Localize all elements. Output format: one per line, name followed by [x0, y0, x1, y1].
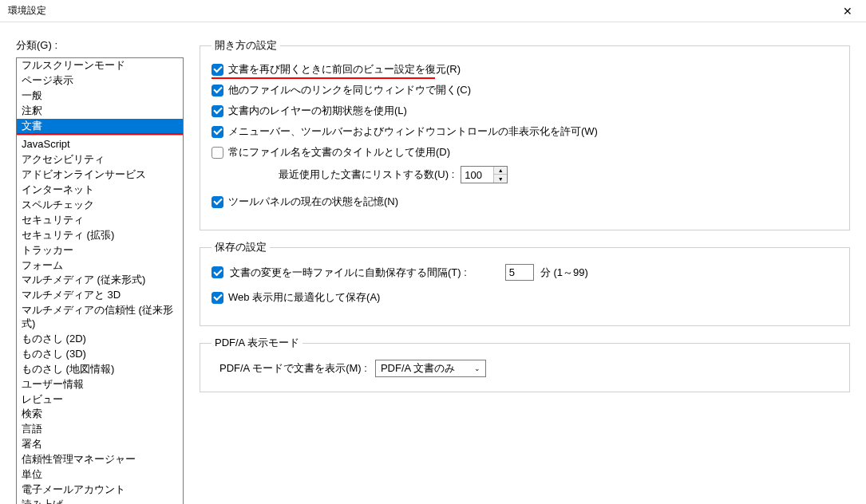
- recent-docs-spinner: ▲ ▼: [493, 167, 507, 183]
- restore-view-label[interactable]: 文書を再び開くときに前回のビュー設定を復元(R): [228, 62, 461, 77]
- category-item[interactable]: レビュー: [17, 392, 183, 408]
- autosave-label[interactable]: 文書の変更を一時ファイルに自動保存する間隔(T) :: [230, 266, 467, 280]
- layer-state-label[interactable]: 文書内のレイヤーの初期状態を使用(L): [228, 104, 407, 118]
- pdfa-mode-select[interactable]: PDF/A 文書のみ ⌄: [375, 360, 486, 377]
- web-optimize-label[interactable]: Web 表示用に最適化して保存(A): [228, 290, 380, 305]
- allow-hide-checkbox[interactable]: [212, 126, 223, 138]
- category-item[interactable]: 一般: [17, 89, 183, 104]
- category-item[interactable]: マルチメディア (従来形式): [17, 273, 183, 288]
- recent-docs-input[interactable]: [461, 167, 493, 183]
- pdfa-settings-legend: PDF/A 表示モード: [212, 336, 303, 350]
- category-item[interactable]: 単位: [17, 467, 183, 482]
- layer-state-checkbox[interactable]: [212, 105, 223, 117]
- open-settings-legend: 開き方の設定: [212, 38, 280, 53]
- allow-hide-label[interactable]: メニューバー、ツールバーおよびウィンドウコントロールの非表示化を許可(W): [228, 124, 598, 139]
- category-item[interactable]: 署名: [17, 437, 183, 452]
- pdfa-mode-value: PDF/A 文書のみ: [381, 361, 455, 376]
- spinner-up[interactable]: ▲: [494, 167, 507, 175]
- same-window-label[interactable]: 他のファイルへのリンクを同じウィンドウで開く(C): [228, 83, 471, 97]
- recent-docs-label: 最近使用した文書にリストする数(U) :: [279, 167, 454, 182]
- chevron-down-icon: ⌄: [474, 364, 480, 372]
- category-item[interactable]: ユーザー情報: [17, 377, 183, 392]
- category-item[interactable]: スペルチェック: [17, 198, 183, 213]
- category-item[interactable]: マルチメディアの信頼性 (従来形式): [17, 303, 183, 332]
- category-item[interactable]: トラッカー: [17, 243, 183, 258]
- open-settings-group: 開き方の設定 文書を再び開くときに前回のビュー設定を復元(R) 他のファイルへの…: [200, 38, 850, 230]
- save-settings-legend: 保存の設定: [212, 240, 270, 254]
- category-item[interactable]: JavaScript: [17, 137, 183, 152]
- autosave-row: 文書の変更を一時ファイルに自動保存する間隔(T) : 分 (1～99): [212, 264, 838, 281]
- filename-title-label[interactable]: 常にファイル名を文書のタイトルとして使用(D): [228, 145, 450, 159]
- pdfa-mode-label: PDF/A モードで文書を表示(M) :: [219, 361, 367, 376]
- same-window-checkbox[interactable]: [212, 85, 223, 96]
- category-divider: [17, 135, 183, 136]
- content-area: 分類(G) : フルスクリーンモードページ表示一般注釈文書JavaScriptア…: [0, 22, 866, 504]
- recent-docs-row: 最近使用した文書にリストする数(U) : ▲ ▼: [279, 166, 838, 183]
- sidebar: 分類(G) : フルスクリーンモードページ表示一般注釈文書JavaScriptア…: [16, 38, 184, 504]
- category-item[interactable]: セキュリティ (拡張): [17, 228, 183, 243]
- autosave-interval-input[interactable]: [505, 264, 534, 281]
- allow-hide-row: メニューバー、ツールバーおよびウィンドウコントロールの非表示化を許可(W): [212, 124, 838, 139]
- tool-panel-checkbox[interactable]: [212, 196, 223, 208]
- tool-panel-label[interactable]: ツールパネルの現在の状態を記憶(N): [228, 195, 398, 209]
- category-item[interactable]: アドビオンラインサービス: [17, 167, 183, 183]
- title-bar: 環境設定 ✕: [0, 0, 866, 22]
- web-optimize-checkbox[interactable]: [212, 292, 223, 304]
- recent-docs-input-wrap: ▲ ▼: [461, 166, 508, 183]
- category-item[interactable]: 読み上げ: [17, 498, 183, 504]
- autosave-unit-label: 分 (1～99): [540, 266, 588, 280]
- save-settings-group: 保存の設定 文書の変更を一時ファイルに自動保存する間隔(T) : 分 (1～99…: [200, 240, 850, 326]
- pdfa-settings-group: PDF/A 表示モード PDF/A モードで文書を表示(M) : PDF/A 文…: [200, 336, 850, 392]
- window-title: 環境設定: [8, 4, 46, 18]
- spinner-down[interactable]: ▼: [494, 175, 507, 183]
- category-item[interactable]: ものさし (3D): [17, 347, 183, 362]
- category-item[interactable]: アクセシビリティ: [17, 152, 183, 167]
- same-window-row: 他のファイルへのリンクを同じウィンドウで開く(C): [212, 83, 838, 97]
- category-item[interactable]: フルスクリーンモード: [17, 58, 183, 73]
- category-item[interactable]: ものさし (2D): [17, 332, 183, 347]
- category-list[interactable]: フルスクリーンモードページ表示一般注釈文書JavaScriptアクセシビリティア…: [16, 57, 184, 504]
- category-item[interactable]: 信頼性管理マネージャー: [17, 452, 183, 467]
- category-item[interactable]: 言語: [17, 422, 183, 437]
- category-item[interactable]: ページ表示: [17, 73, 183, 89]
- web-optimize-row: Web 表示用に最適化して保存(A): [212, 290, 838, 305]
- restore-view-row: 文書を再び開くときに前回のビュー設定を復元(R): [212, 62, 838, 77]
- main-panel: 開き方の設定 文書を再び開くときに前回のビュー設定を復元(R) 他のファイルへの…: [200, 38, 850, 504]
- filename-title-row: 常にファイル名を文書のタイトルとして使用(D): [212, 145, 838, 159]
- category-item[interactable]: フォーム: [17, 258, 183, 274]
- category-item[interactable]: セキュリティ: [17, 213, 183, 228]
- tool-panel-row: ツールパネルの現在の状態を記憶(N): [212, 195, 838, 209]
- category-item[interactable]: 電子メールアカウント: [17, 482, 183, 498]
- category-item[interactable]: 検索: [17, 407, 183, 422]
- category-label: 分類(G) :: [16, 38, 184, 53]
- layer-state-row: 文書内のレイヤーの初期状態を使用(L): [212, 104, 838, 118]
- close-button[interactable]: ✕: [829, 0, 866, 22]
- category-item[interactable]: 文書: [17, 119, 183, 134]
- category-item[interactable]: インターネット: [17, 183, 183, 198]
- restore-view-checkbox[interactable]: [212, 64, 223, 76]
- pdfa-mode-row: PDF/A モードで文書を表示(M) : PDF/A 文書のみ ⌄: [219, 360, 838, 377]
- category-item[interactable]: 注釈: [17, 104, 183, 119]
- filename-title-checkbox[interactable]: [212, 147, 223, 159]
- category-item[interactable]: マルチメディアと 3D: [17, 288, 183, 303]
- autosave-checkbox[interactable]: [212, 266, 223, 278]
- close-icon: ✕: [843, 5, 852, 18]
- category-item[interactable]: ものさし (地図情報): [17, 362, 183, 377]
